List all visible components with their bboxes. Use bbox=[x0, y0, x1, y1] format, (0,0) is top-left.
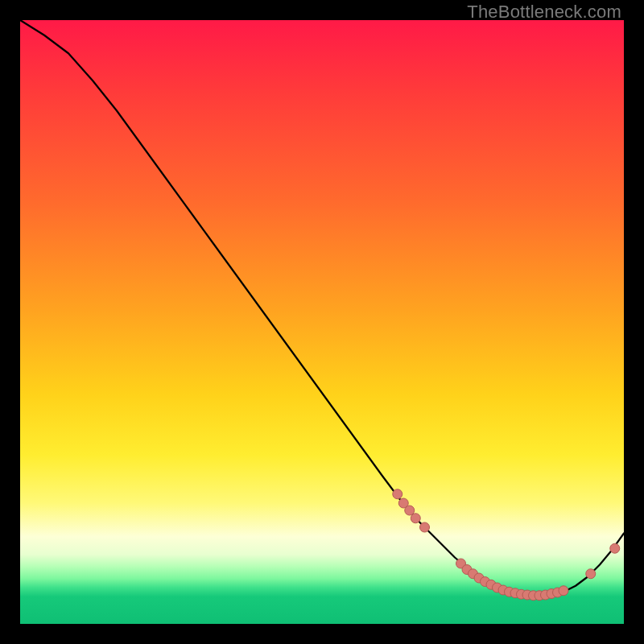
curve-marker bbox=[411, 514, 420, 523]
bottleneck-curve-svg bbox=[20, 20, 624, 624]
curve-marker bbox=[586, 569, 596, 579]
curve-markers bbox=[393, 489, 620, 601]
curve-marker bbox=[559, 586, 568, 596]
curve-marker bbox=[610, 543, 620, 553]
bottleneck-curve-line bbox=[20, 20, 624, 596]
chart-frame: TheBottleneck.com bbox=[0, 0, 644, 644]
gradient-plot-area bbox=[20, 20, 624, 624]
curve-marker bbox=[393, 489, 402, 499]
watermark-text: TheBottleneck.com bbox=[467, 2, 621, 23]
curve-marker bbox=[420, 522, 430, 532]
